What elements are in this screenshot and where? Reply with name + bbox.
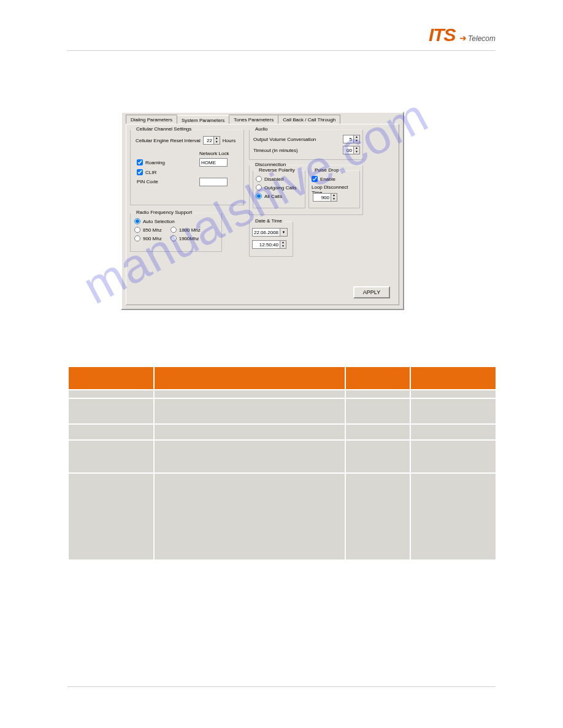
dropdown-icon[interactable]: ▼ <box>280 228 288 237</box>
spin-down-icon[interactable]: ▼ <box>331 197 337 201</box>
group-disconnection: Disconnection Reverse Polarity Disabled … <box>249 165 363 215</box>
label-reset-interval: Cellular Engine Reset Interval <box>136 138 201 143</box>
table-row <box>69 425 496 439</box>
tab-panel: Cellular Channel Settings Cellular Engin… <box>126 124 399 305</box>
table-header-row <box>69 367 496 389</box>
system-parameters-dialog: Dialing Parameters System Parameters Ton… <box>121 112 404 310</box>
legend-disconnection: Disconnection <box>253 162 288 167</box>
tab-callback-callthrough[interactable]: Call Back / Call Through <box>278 115 340 124</box>
th-1 <box>69 367 153 389</box>
group-audio: Audio Output Volume Conversation ▲▼ Time… <box>249 129 363 160</box>
label-hours: Hours <box>223 138 236 143</box>
th-2 <box>155 367 345 389</box>
roaming-checkbox[interactable] <box>137 159 143 165</box>
group-radio-frequency: Radio Frequency Support Auto Selection 8… <box>130 213 222 252</box>
table-row <box>69 441 496 472</box>
checkbox-clir[interactable]: CLIR <box>137 169 156 175</box>
label-timeout: Timeout (in minutes) <box>253 148 298 153</box>
legend-audio: Audio <box>253 126 269 132</box>
pin-code-input[interactable] <box>199 178 228 186</box>
table-row <box>69 474 496 559</box>
time-stepper[interactable]: ▲▼ <box>252 240 286 249</box>
timeout-input[interactable] <box>343 146 354 154</box>
legend-reverse: Reverse Polarity <box>257 167 297 173</box>
spin-down-icon[interactable]: ▼ <box>354 150 359 154</box>
reset-interval-stepper[interactable]: ▲▼ <box>203 136 220 145</box>
parameters-table <box>67 366 497 561</box>
clir-checkbox[interactable] <box>137 169 143 175</box>
radio-auto-selection[interactable]: Auto Selection <box>134 218 175 224</box>
date-input[interactable] <box>252 228 280 237</box>
logo-its: ITS <box>429 25 456 45</box>
group-reverse-polarity: Reverse Polarity Disabled Outgoing Calls… <box>253 170 305 208</box>
label-network-lock: Network Lock <box>199 151 229 156</box>
th-3 <box>346 367 410 389</box>
radio-1800mhz[interactable]: 1800 Mhz <box>170 227 201 233</box>
table-row <box>69 399 496 423</box>
reset-interval-input[interactable] <box>203 136 214 145</box>
group-cellular-channel: Cellular Channel Settings Cellular Engin… <box>130 129 244 205</box>
tabs-row: Dialing Parameters System Parameters Ton… <box>126 115 340 124</box>
radio-1900mhz[interactable]: 1900Mhz <box>170 235 199 241</box>
checkbox-enable-pulse[interactable]: Enable <box>312 176 335 182</box>
logo: ITS ➜ Telecom <box>429 25 496 45</box>
th-4 <box>411 367 496 389</box>
group-pulse-drop: Pulse Drop Enable Loop Disconnect Time ▲… <box>308 170 360 208</box>
spin-down-icon[interactable]: ▼ <box>214 140 220 144</box>
radio-disabled[interactable]: Disabled <box>256 176 283 182</box>
label-pin: PIN Code <box>137 179 158 184</box>
checkbox-roaming[interactable]: Roaming <box>137 159 165 165</box>
legend-cellular: Cellular Channel Settings <box>134 126 193 132</box>
legend-datetime: Date & Time <box>253 218 284 224</box>
apply-button[interactable]: APPLY <box>353 286 390 298</box>
output-volume-input[interactable] <box>343 135 354 143</box>
legend-pulse: Pulse Drop <box>313 167 341 173</box>
legend-radio: Radio Frequency Support <box>134 210 194 215</box>
radio-850mhz[interactable]: 850 Mhz <box>134 227 162 233</box>
tab-tones-parameters[interactable]: Tones Parameters <box>229 115 278 124</box>
label-output-volume: Output Volume Conversation <box>253 137 316 142</box>
spin-down-icon[interactable]: ▼ <box>354 139 359 143</box>
loop-disconnect-stepper[interactable]: ▲▼ <box>313 193 337 202</box>
time-input[interactable] <box>252 240 280 249</box>
radio-900mhz[interactable]: 900 Mhz <box>134 235 162 241</box>
timeout-stepper[interactable]: ▲▼ <box>343 146 360 154</box>
tab-dialing-parameters[interactable]: Dialing Parameters <box>126 115 177 124</box>
network-lock-input[interactable] <box>199 158 228 167</box>
logo-telecom: ➜ Telecom <box>459 32 496 44</box>
label-roaming: Roaming <box>145 160 165 165</box>
footer-divider <box>67 686 496 687</box>
page-header: ITS ➜ Telecom <box>67 25 496 51</box>
group-datetime: Date & Time ▼ ▲▼ <box>249 221 293 257</box>
spin-down-icon[interactable]: ▼ <box>280 245 286 248</box>
output-volume-stepper[interactable]: ▲▼ <box>343 135 360 143</box>
label-clir: CLIR <box>145 170 156 175</box>
logo-arrow-icon: ➜ <box>459 33 467 43</box>
table-row <box>69 390 496 398</box>
radio-all-calls[interactable]: All Calls <box>256 193 282 199</box>
radio-outgoing-calls[interactable]: Outgoing Calls <box>256 184 296 191</box>
loop-disconnect-input[interactable] <box>313 193 331 202</box>
